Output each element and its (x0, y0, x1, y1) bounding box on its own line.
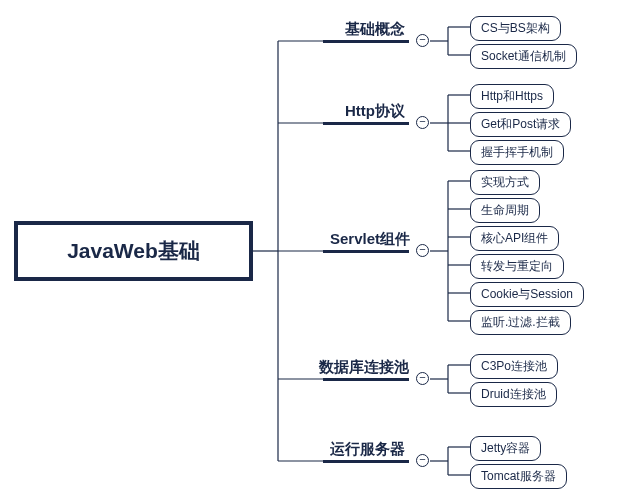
branch-server[interactable]: 运行服务器 (323, 440, 405, 459)
leaf-druid[interactable]: Druid连接池 (470, 382, 557, 407)
leaf-c3p0[interactable]: C3Po连接池 (470, 354, 558, 379)
leaf-socket[interactable]: Socket通信机制 (470, 44, 577, 69)
leaf-filter[interactable]: 监听.过滤.拦截 (470, 310, 571, 335)
root-title: JavaWeb基础 (67, 237, 200, 265)
branch-underline (323, 378, 409, 381)
leaf-jetty[interactable]: Jetty容器 (470, 436, 541, 461)
leaf-tomcat[interactable]: Tomcat服务器 (470, 464, 567, 489)
leaf-api[interactable]: 核心API组件 (470, 226, 559, 251)
leaf-impl[interactable]: 实现方式 (470, 170, 540, 195)
branch-basic[interactable]: 基础概念 (323, 20, 405, 39)
leaf-forward[interactable]: 转发与重定向 (470, 254, 564, 279)
leaf-cs-bs[interactable]: CS与BS架构 (470, 16, 561, 41)
leaf-http-https[interactable]: Http和Https (470, 84, 554, 109)
branch-label: Http协议 (345, 102, 405, 119)
branch-servlet[interactable]: Servlet组件 (318, 230, 410, 249)
branch-dbpool[interactable]: 数据库连接池 (313, 358, 409, 377)
leaf-lifecycle[interactable]: 生命周期 (470, 198, 540, 223)
collapse-toggle-icon[interactable] (416, 372, 429, 385)
collapse-toggle-icon[interactable] (416, 244, 429, 257)
branch-underline (323, 460, 409, 463)
branch-http[interactable]: Http协议 (323, 102, 405, 121)
branch-label: Servlet组件 (330, 230, 410, 247)
branch-label: 运行服务器 (330, 440, 405, 457)
leaf-get-post[interactable]: Get和Post请求 (470, 112, 571, 137)
branch-underline (323, 122, 409, 125)
collapse-toggle-icon[interactable] (416, 116, 429, 129)
leaf-handshake[interactable]: 握手挥手机制 (470, 140, 564, 165)
root-node[interactable]: JavaWeb基础 (14, 221, 253, 281)
leaf-cookie[interactable]: Cookie与Session (470, 282, 584, 307)
collapse-toggle-icon[interactable] (416, 454, 429, 467)
branch-underline (323, 250, 409, 253)
branch-label: 数据库连接池 (319, 358, 409, 375)
branch-label: 基础概念 (345, 20, 405, 37)
branch-underline (323, 40, 409, 43)
collapse-toggle-icon[interactable] (416, 34, 429, 47)
